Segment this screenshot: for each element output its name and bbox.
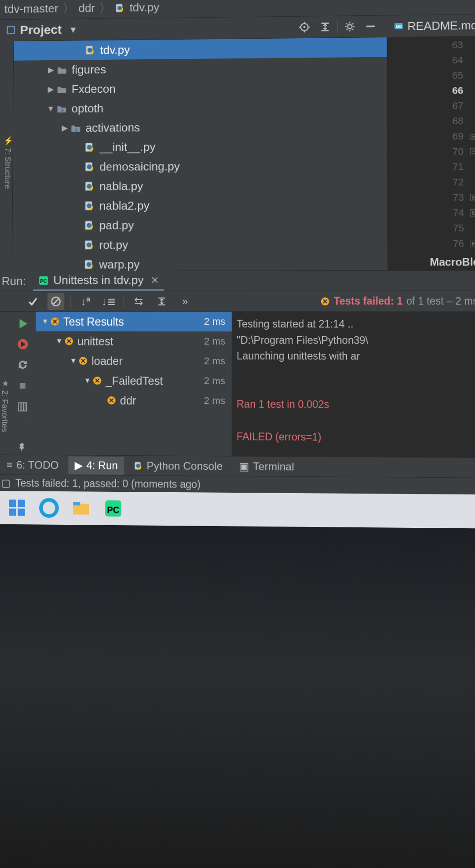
breadcrumb-item[interactable]: ddr xyxy=(78,1,95,15)
todo-tool-window[interactable]: ≡ 6: TODO xyxy=(0,456,65,474)
tree-expand-icon[interactable] xyxy=(69,357,78,365)
project-icon xyxy=(6,25,15,35)
fold-mark-icon[interactable]: ⊟ xyxy=(471,240,475,247)
fold-mark-icon[interactable] xyxy=(470,102,475,109)
structure-tool-window-stripe[interactable]: ⚡ 7: Structure xyxy=(0,41,14,271)
tree-item-label: pad.py xyxy=(99,218,134,232)
tree-item[interactable]: pad.py xyxy=(12,214,387,235)
fold-mark-icon[interactable] xyxy=(469,41,475,48)
chevron-right-icon: 〉 xyxy=(99,0,111,16)
toggle-auto-test-button[interactable] xyxy=(15,357,30,373)
test-tree-item[interactable]: unittest2 ms xyxy=(36,331,232,352)
show-passed-icon[interactable] xyxy=(24,293,41,310)
test-console-output[interactable]: Testing started at 21:14 .."D:\Program F… xyxy=(232,312,475,458)
python-console-tool-window[interactable]: Python Console xyxy=(128,457,229,476)
fold-mark-icon[interactable] xyxy=(469,57,475,64)
gutter-line[interactable]: 74⊟ xyxy=(392,207,475,219)
gutter-line[interactable]: 72 xyxy=(392,177,475,189)
gutter-line[interactable]: 75 xyxy=(392,222,475,234)
more-icon[interactable]: » xyxy=(176,293,194,310)
gutter-line[interactable]: 71 xyxy=(392,161,475,174)
rerun-failed-button[interactable] xyxy=(15,337,31,352)
locate-icon[interactable] xyxy=(294,17,315,37)
fold-mark-icon[interactable]: ⊟ xyxy=(470,194,475,201)
terminal-tool-window[interactable]: ▣ Terminal xyxy=(233,457,300,476)
pkg-icon xyxy=(56,103,67,114)
fold-mark-icon[interactable] xyxy=(470,87,475,94)
test-results-tree[interactable]: Test Results2 msunittest2 msloader2 ms_F… xyxy=(35,312,232,456)
file-explorer-icon[interactable] xyxy=(71,498,91,519)
sort-duration-icon[interactable]: ↓≣ xyxy=(100,293,117,310)
edge-browser-icon[interactable] xyxy=(39,498,59,518)
show-ignored-icon[interactable] xyxy=(48,293,65,310)
run-button[interactable] xyxy=(15,316,31,331)
tree-item[interactable]: Fxdecon xyxy=(13,77,387,100)
test-tree-item[interactable]: loader2 ms xyxy=(36,351,232,371)
fold-mark-icon[interactable] xyxy=(471,225,475,232)
gutter-line[interactable]: 70⊟ xyxy=(392,146,475,158)
fold-mark-icon[interactable]: ⊟ xyxy=(470,133,475,140)
tree-item[interactable]: nabla2.py xyxy=(13,195,387,216)
hide-icon[interactable] xyxy=(360,16,381,37)
tree-item[interactable]: optoth xyxy=(13,96,387,119)
gear-icon[interactable] xyxy=(340,16,360,37)
markdown-icon xyxy=(394,21,404,31)
gutter-line[interactable]: 65 xyxy=(392,70,475,82)
run-tool-window[interactable]: ▶ 4: Run xyxy=(69,456,124,475)
fold-mark-icon[interactable] xyxy=(470,179,475,186)
pycharm-icon[interactable] xyxy=(103,498,123,519)
tree-item[interactable]: nabla.py xyxy=(13,175,387,197)
chevron-down-icon: ▼ xyxy=(69,25,77,35)
svg-rect-29 xyxy=(9,500,16,507)
fold-mark-icon[interactable]: ⊟ xyxy=(470,209,475,216)
expand-all-icon[interactable]: ⇆ xyxy=(130,293,147,310)
pin-button[interactable] xyxy=(14,439,30,455)
tree-expand-icon[interactable] xyxy=(45,65,57,75)
tree-item[interactable]: figures xyxy=(14,57,387,80)
test-item-label: ddr xyxy=(120,394,136,407)
project-tree[interactable]: tdv.pyfiguresFxdeconoptothactivations__i… xyxy=(12,37,387,271)
fold-mark-icon[interactable] xyxy=(470,118,475,125)
collapse-all-icon[interactable] xyxy=(315,17,336,37)
gutter-line[interactable]: 76⊟ xyxy=(393,238,475,250)
tree-item[interactable]: demosaicing.py xyxy=(13,156,387,177)
breadcrumb-item[interactable]: tdv.py xyxy=(129,0,159,15)
tree-item[interactable]: rot.py xyxy=(12,234,387,255)
test-tree-item[interactable]: _FailedTest2 ms xyxy=(36,370,232,391)
py-icon xyxy=(85,45,95,55)
sort-az-icon[interactable]: ↓ª xyxy=(77,293,94,310)
gutter-line[interactable]: 69⊟ xyxy=(392,131,475,143)
gutter-line[interactable]: 73⊟ xyxy=(392,192,475,203)
tree-expand-icon[interactable] xyxy=(83,377,92,385)
tree-item[interactable]: warp.py xyxy=(12,254,387,271)
breadcrumb-item[interactable]: tdv-master xyxy=(4,2,58,16)
layout-button[interactable]: ▥ xyxy=(15,398,30,414)
test-tree-item[interactable]: ddr2 ms xyxy=(35,390,231,411)
gutter-line[interactable]: 67 xyxy=(392,100,475,113)
gutter-line[interactable]: 68 xyxy=(392,116,475,128)
collapse-all-icon[interactable] xyxy=(153,293,171,310)
tree-expand-icon[interactable] xyxy=(45,84,57,94)
fail-icon xyxy=(64,336,74,346)
editor-tab[interactable]: README.md xyxy=(389,18,475,33)
fold-mark-icon[interactable] xyxy=(470,163,475,171)
tree-expand-icon[interactable] xyxy=(40,318,50,326)
start-menu-icon[interactable] xyxy=(7,498,27,518)
fold-mark-icon[interactable]: ⊟ xyxy=(470,148,475,155)
stop-button[interactable]: ■ xyxy=(15,378,30,393)
close-icon[interactable]: ✕ xyxy=(151,275,159,286)
gutter-line[interactable]: 63 xyxy=(392,39,475,51)
gutter-line[interactable]: 64 xyxy=(392,54,475,67)
run-tab[interactable]: Unittests in tdv.py ✕ xyxy=(33,271,164,291)
tree-expand-icon[interactable] xyxy=(55,337,64,345)
test-tree-item[interactable]: Test Results2 ms xyxy=(36,312,232,331)
tree-expand-icon[interactable] xyxy=(45,104,56,113)
tree-item[interactable]: activations xyxy=(13,116,387,138)
project-tool-window-label[interactable]: Project ▼ xyxy=(0,22,84,37)
fail-icon xyxy=(50,317,60,327)
tree-item[interactable]: __init__.py xyxy=(13,136,387,158)
fold-mark-icon[interactable] xyxy=(470,72,475,79)
gutter-line[interactable]: 66 xyxy=(392,85,475,97)
favorites-tool-window-stripe[interactable]: ★ 2: Favorites xyxy=(0,312,10,454)
tree-expand-icon[interactable] xyxy=(59,123,70,133)
